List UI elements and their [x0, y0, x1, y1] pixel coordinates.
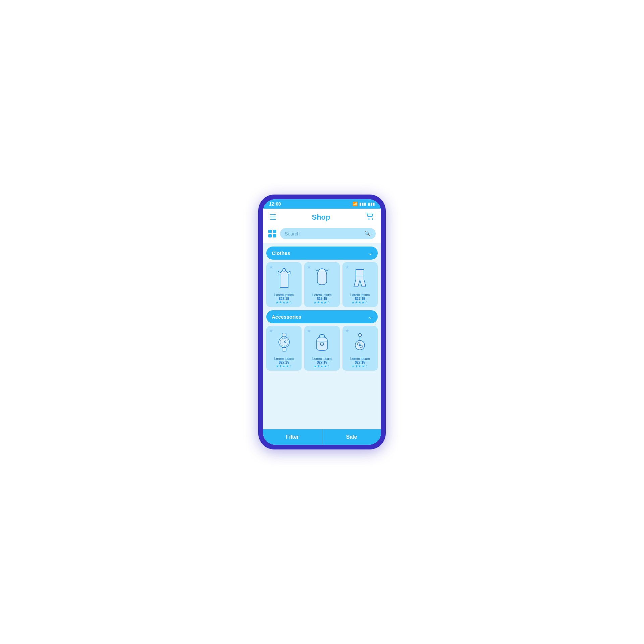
favorite-icon[interactable]: ★: [307, 328, 311, 333]
search-input[interactable]: [285, 231, 362, 236]
menu-icon[interactable]: ☰: [270, 213, 276, 222]
category-accessories-label: Accessories: [272, 314, 301, 320]
svg-point-2: [283, 269, 285, 271]
product-card-dress[interactable]: ★ Lorem ipsum $27.15 ★★★★☆: [266, 262, 302, 307]
product-stars-4: ★★★★☆: [276, 364, 292, 368]
product-name-4: Lorem ipsum: [274, 357, 294, 361]
sale-button[interactable]: Sale: [322, 429, 381, 445]
product-name-3: Lorem ipsum: [350, 293, 370, 297]
favorite-icon[interactable]: ★: [269, 328, 273, 333]
product-card-watch[interactable]: ★ Lorem ipsum: [266, 326, 302, 371]
cart-icon[interactable]: [366, 213, 374, 222]
product-stars-1: ★★★★☆: [276, 301, 292, 304]
product-name-1: Lorem ipsum: [274, 293, 294, 297]
product-price-6: $27.15: [355, 361, 365, 364]
product-stars-3: ★★★★☆: [352, 301, 368, 304]
product-image-earring: [348, 329, 372, 356]
filter-button[interactable]: Filter: [263, 429, 322, 445]
bottom-bar: Filter Sale: [263, 429, 381, 445]
battery-icon: ▮▮▮: [368, 202, 375, 206]
app-title: Shop: [312, 213, 330, 222]
product-card-bodysuit[interactable]: ★ Lorem ipsum $27.15 ★★★★☆: [304, 262, 339, 307]
chevron-down-icon: ⌄: [368, 314, 372, 320]
product-card-bag[interactable]: ★ Lorem ipsum $27.15 ★★★★☆: [304, 326, 339, 371]
product-image-bodysuit: [310, 265, 334, 292]
grid-toggle-button[interactable]: [268, 230, 276, 237]
product-stars-5: ★★★★☆: [314, 364, 330, 368]
status-bar: 12:00 📶 ▮▮▮ ▮▮▮: [263, 199, 381, 209]
category-accessories-header[interactable]: Accessories ⌄: [266, 310, 378, 323]
svg-line-12: [284, 342, 286, 342]
status-icons: 📶 ▮▮▮ ▮▮▮: [353, 202, 375, 206]
chevron-down-icon: ⌄: [368, 250, 372, 256]
category-clothes-label: Clothes: [272, 250, 290, 256]
favorite-icon[interactable]: ★: [269, 264, 273, 270]
svg-rect-9: [282, 333, 286, 337]
svg-point-1: [372, 218, 373, 220]
scroll-content: Clothes ⌄ ★ Lorem ipsum $27.15 ★★★★☆: [263, 243, 381, 429]
product-image-pants: [348, 265, 372, 292]
category-clothes-header[interactable]: Clothes ⌄: [266, 247, 378, 260]
product-price-2: $27.15: [317, 297, 327, 301]
status-time: 12:00: [269, 201, 281, 207]
favorite-icon[interactable]: ★: [345, 264, 350, 270]
product-price-5: $27.15: [317, 361, 327, 364]
favorite-icon[interactable]: ★: [345, 328, 350, 333]
search-bar: 🔍: [280, 228, 376, 239]
product-name-6: Lorem ipsum: [350, 357, 370, 361]
product-card-earring[interactable]: ★ Lorem ipsum $27.15 ★★★★☆: [342, 326, 378, 371]
product-image-bag: [310, 329, 334, 356]
app-header: ☰ Shop: [263, 209, 381, 226]
product-image-watch: [272, 329, 296, 356]
wifi-icon: 📶: [353, 202, 358, 206]
phone-screen: 12:00 📶 ▮▮▮ ▮▮▮ ☰ Shop: [263, 199, 381, 445]
clothes-product-grid: ★ Lorem ipsum $27.15 ★★★★☆ ★: [266, 262, 378, 307]
toolbar: 🔍: [263, 226, 381, 243]
product-card-pants[interactable]: ★ Lorem ipsum $27.15 ★★★★☆: [342, 262, 378, 307]
product-name-2: Lorem ipsum: [312, 293, 332, 297]
product-stars-6: ★★★★☆: [352, 364, 368, 368]
search-button[interactable]: 🔍: [364, 230, 371, 237]
product-price-4: $27.15: [279, 361, 289, 364]
accessories-product-grid: ★ Lorem ipsum: [266, 326, 378, 371]
product-image-dress: [272, 265, 296, 292]
favorite-icon[interactable]: ★: [307, 264, 311, 270]
svg-point-20: [359, 344, 361, 346]
svg-rect-10: [282, 347, 286, 351]
svg-point-0: [368, 218, 370, 220]
product-price-1: $27.15: [279, 297, 289, 301]
signal-icon: ▮▮▮: [359, 202, 366, 206]
product-name-5: Lorem ipsum: [312, 357, 332, 361]
product-price-3: $27.15: [355, 297, 365, 301]
product-stars-2: ★★★★☆: [314, 301, 330, 304]
phone-frame: 12:00 📶 ▮▮▮ ▮▮▮ ☰ Shop: [258, 195, 386, 449]
svg-point-15: [358, 333, 362, 337]
